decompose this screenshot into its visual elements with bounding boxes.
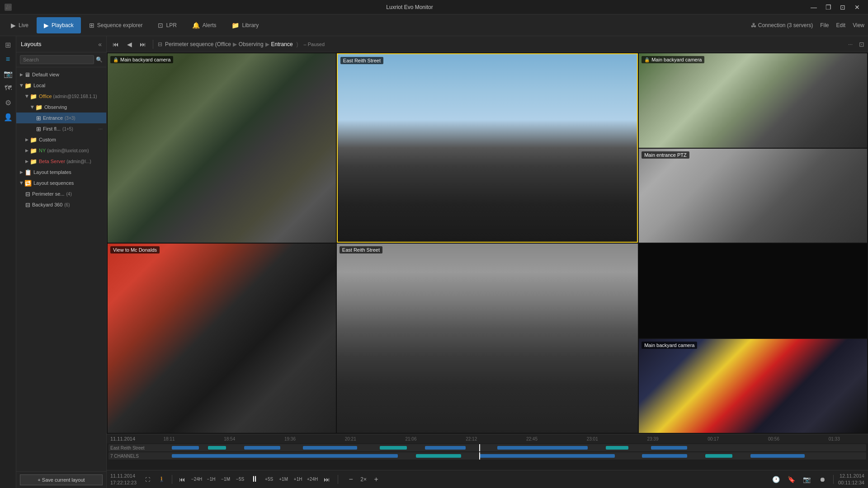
skip-to-start-button[interactable]: ⏮ — [176, 473, 189, 486]
timeline-track-2[interactable]: 7 CHANNELS — [108, 452, 866, 460]
layouts-title: Layouts — [21, 41, 42, 47]
minus5s-button[interactable]: −5S — [234, 473, 246, 486]
ts-0017: 00:17 — [683, 436, 744, 441]
restore-button[interactable]: ❐ — [822, 2, 835, 12]
minimize-button[interactable]: — — [807, 2, 820, 12]
tree-item-backyard360[interactable]: ⊟ Backyard 360 (6) — [16, 199, 106, 210]
menu-view[interactable]: View — [853, 22, 864, 28]
menu-edit[interactable]: Edit — [836, 22, 846, 28]
tab-library[interactable]: 📁 Library — [224, 17, 266, 33]
tree-item-local[interactable]: ▶ 📁 Local — [16, 80, 106, 91]
tree-item-ny[interactable]: ▶ 📁 NY (admin@luxriot.com) — [16, 145, 106, 156]
tree-arrow-ny[interactable]: ▶ — [25, 148, 28, 153]
tree-item-custom[interactable]: ▶ 📁 Custom — [16, 134, 106, 145]
bottom-time: 11.11.2014 17:22:12:23 — [110, 473, 137, 486]
video-cell-2[interactable]: East Reith Street — [337, 53, 638, 243]
tree-label-beta: Beta Server (admin@l...) — [39, 159, 91, 164]
connection-info[interactable]: 🖧 Connection (3 servers) — [751, 22, 813, 28]
minus1h-button[interactable]: −1H — [205, 473, 217, 486]
menu-file[interactable]: File — [820, 22, 829, 28]
tree-item-entrance[interactable]: ⊞ Entrance (3×3) — [16, 113, 106, 123]
video-cell-1[interactable]: 🔒 Main backyard camera — [108, 53, 336, 243]
video-label-6: Main entrance PTZ — [642, 151, 689, 159]
plus5s-button[interactable]: +5S — [263, 473, 275, 486]
tree-arrow-local[interactable]: ▶ — [19, 84, 24, 87]
person-icon-button[interactable]: 🚶 — [156, 473, 168, 486]
tree-arrow-office[interactable]: ▶ — [25, 95, 29, 98]
icon-btn-cameras[interactable]: 📷 — [1, 67, 15, 80]
tree-item-office[interactable]: ▶ 📁 Office (admin@192.168.1.1) — [16, 91, 106, 102]
tab-playback[interactable]: ▶ Playback — [37, 17, 81, 33]
tree-arrow-layout-sequences[interactable]: ▶ — [19, 182, 24, 185]
video-cell-3[interactable]: 🔒 Main backyard camera — [639, 53, 867, 148]
minus24h-button[interactable]: −24H — [190, 473, 203, 486]
save-layout-button[interactable]: + Save current layout — [20, 474, 103, 485]
ts-0056: 00:56 — [744, 436, 804, 441]
icon-btn-user[interactable]: 👤 — [1, 110, 15, 124]
tree-item-default-view[interactable]: ▶ 🖥 Default view — [16, 69, 106, 80]
video-cell-6[interactable]: Main entrance PTZ — [639, 149, 867, 243]
tab-sequence[interactable]: ⊞ Sequence explorer — [82, 17, 150, 33]
expand-icon[interactable]: ⊡ — [859, 41, 864, 48]
pb-next-button[interactable]: ⏭ — [137, 39, 148, 50]
breadcrumb-arrow2: ▶ — [265, 41, 269, 47]
video-cell-4[interactable]: View to Mc Donalds — [108, 244, 336, 433]
icon-btn-map[interactable]: 🗺 — [1, 81, 15, 95]
tab-lpr[interactable]: ⊡ LPR — [151, 17, 184, 33]
title-bar: 🎥 Luxriot Evo Monitor — ❐ ⊡ ✕ — [0, 0, 868, 14]
video-cell-7[interactable]: Main backyard camera — [639, 339, 867, 433]
tab-live[interactable]: ▶ Live — [4, 17, 36, 33]
video-cell-5[interactable]: East Reith Street — [337, 244, 638, 433]
clock-icon-button[interactable]: 🕐 — [770, 473, 783, 486]
tree-arrow-beta[interactable]: ▶ — [25, 159, 28, 164]
tree-item-layout-templates[interactable]: ▶ 📋 Layout templates — [16, 167, 106, 178]
nav-right: 🖧 Connection (3 servers) File Edit View — [751, 22, 864, 28]
tab-alerts[interactable]: 🔔 Alerts — [185, 17, 224, 33]
pb-more-button[interactable]: ··· — [848, 41, 853, 47]
close-button[interactable]: ✕ — [851, 2, 863, 12]
timeline-tracks: East Reith Street 7 CHANNELS — [107, 443, 868, 470]
maximize-button[interactable]: ⊡ — [836, 2, 849, 12]
tree-arrow-layout-templates[interactable]: ▶ — [20, 170, 23, 174]
tree-icon-ny: 📁 — [30, 147, 37, 154]
tree-item-observing[interactable]: ▶ 📁 Observing — [16, 102, 106, 113]
video-cam-name-5: East Reith Street — [342, 247, 380, 253]
video-cam-name-3: Main backyard camera — [651, 57, 702, 62]
sequence-icon: ⊞ — [89, 22, 94, 29]
plus1m-button[interactable]: +1M — [277, 473, 290, 486]
tree-item-beta[interactable]: ▶ 📁 Beta Server (admin@l...) — [16, 156, 106, 167]
video-cell-3b[interactable] — [639, 244, 867, 338]
speed-minus-button[interactable]: − — [344, 473, 357, 486]
minus1m-button[interactable]: −1M — [219, 473, 232, 486]
tree-item-layout-sequences[interactable]: ▶ 🔁 Layout sequences — [16, 178, 106, 188]
plus24h-button[interactable]: +24H — [306, 473, 319, 486]
pb-first-button[interactable]: ⏮ — [110, 39, 121, 50]
search-input[interactable] — [20, 55, 94, 64]
tree-arrow-custom[interactable]: ▶ — [25, 137, 28, 142]
tree-item-perimeter[interactable]: ⊟ Perimeter se... (4) — [16, 188, 106, 199]
search-button[interactable]: 🔍 — [96, 56, 103, 63]
record-button[interactable]: ⏺ — [816, 473, 829, 486]
bookmark-button[interactable]: 🔖 — [785, 473, 798, 486]
track-bar-1e — [380, 446, 407, 450]
pause-play-button[interactable]: ⏸ — [248, 473, 261, 486]
screenshot-button[interactable]: 📷 — [801, 473, 813, 486]
video-cam-name-1: Main backyard camera — [120, 57, 170, 62]
plus1h-button[interactable]: +1H — [292, 473, 304, 486]
skip-to-end-button[interactable]: ⏭ — [321, 473, 333, 486]
icon-btn-grid[interactable]: ⊞ — [1, 38, 15, 52]
nav-icon-button[interactable]: ⛶ — [141, 473, 154, 486]
icon-btn-settings[interactable]: ⚙ — [1, 96, 15, 109]
tree-arrow-observing[interactable]: ▶ — [30, 106, 35, 109]
tree-arrow-default[interactable]: ▶ — [20, 72, 23, 77]
icon-btn-layouts[interactable]: ≡ — [1, 52, 15, 66]
tree-more-first-fl[interactable]: ··· — [99, 126, 103, 131]
tree-item-first-fl[interactable]: ⊞ First fl... (1+5) ··· — [16, 123, 106, 134]
timeline-date: 11.11.2014 — [110, 436, 135, 441]
timeline-track-1[interactable]: East Reith Street — [108, 444, 866, 451]
ts-2245: 22:45 — [502, 436, 562, 441]
collapse-button[interactable]: « — [98, 41, 102, 48]
track-bar-1a — [172, 446, 199, 450]
speed-plus-button[interactable]: + — [370, 473, 382, 486]
pb-prev-button[interactable]: ◀ — [124, 39, 135, 50]
